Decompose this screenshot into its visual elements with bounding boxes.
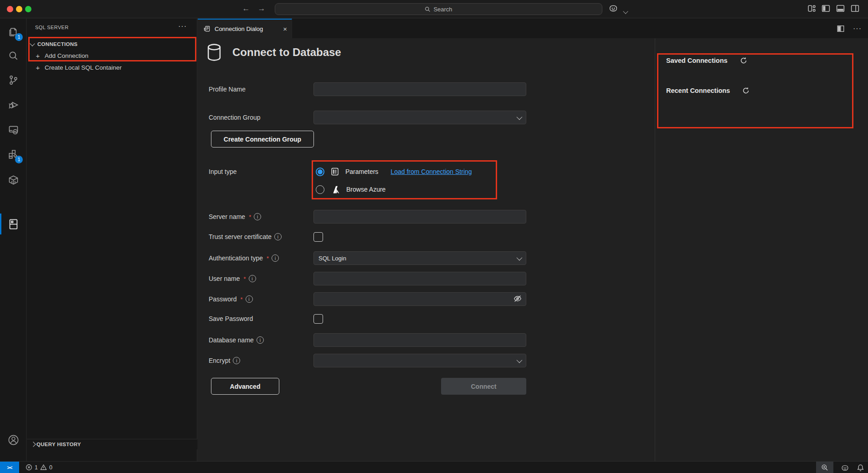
password-input[interactable] (313, 292, 526, 306)
azure-icon (330, 184, 340, 194)
toggle-panel-icon[interactable] (836, 4, 845, 15)
info-icon[interactable] (254, 213, 261, 220)
info-icon[interactable] (257, 336, 264, 344)
parameters-form-icon (330, 167, 339, 176)
remote-explorer-icon[interactable] (0, 119, 26, 141)
refresh-recent-connections-icon[interactable] (742, 86, 750, 95)
search-sidebar-icon[interactable] (0, 45, 26, 66)
extensions-badge: 1 (15, 156, 23, 163)
query-history-section-header[interactable]: QUERY HISTORY (27, 439, 197, 449)
required-marker: * (249, 214, 251, 220)
sidebar-more-actions-icon[interactable]: ··· (178, 22, 187, 31)
activity-bar: 1 1 (0, 19, 26, 461)
add-icon: + (34, 64, 41, 71)
editor-more-actions-icon[interactable]: ··· (853, 25, 862, 33)
run-debug-icon[interactable] (0, 94, 26, 116)
required-marker: * (243, 275, 246, 282)
toggle-password-visibility-icon[interactable] (513, 294, 523, 305)
explorer-icon[interactable]: 1 (0, 21, 26, 43)
info-icon[interactable] (233, 357, 240, 364)
info-icon[interactable] (272, 254, 279, 262)
forward-icon[interactable]: → (256, 4, 267, 13)
user-name-input[interactable] (313, 272, 526, 285)
back-icon[interactable]: ← (241, 4, 252, 13)
info-icon[interactable] (274, 233, 282, 240)
command-center-search[interactable]: Search (275, 3, 602, 15)
create-connection-group-button[interactable]: Create Connection Group (211, 131, 314, 147)
info-icon[interactable] (246, 295, 253, 303)
save-password-label: Save Password (209, 315, 313, 322)
connection-dialog-webview: Connect to Database Profile Name Connect… (198, 38, 868, 461)
error-icon (26, 464, 32, 471)
copilot-chevron-down-icon[interactable] (620, 7, 629, 15)
split-editor-icon[interactable] (837, 25, 845, 33)
accounts-icon[interactable] (0, 429, 26, 451)
add-icon: + (34, 52, 41, 60)
connection-group-dropdown[interactable] (313, 111, 526, 124)
database-name-label: Database name (209, 336, 313, 344)
status-bar: >< 1 0 (0, 461, 868, 473)
required-marker: * (240, 296, 242, 303)
server-name-label: Server name* (209, 213, 313, 220)
page-title: Connect to Database (232, 46, 341, 59)
remote-indicator[interactable]: >< (0, 462, 19, 473)
source-control-icon[interactable] (0, 69, 26, 91)
database-name-input[interactable] (313, 333, 526, 347)
customize-layout-icon[interactable] (807, 4, 817, 15)
problems-status[interactable]: 1 0 (26, 464, 52, 471)
authentication-type-dropdown[interactable]: SQL Login (313, 251, 526, 265)
explorer-badge: 1 (15, 33, 23, 41)
warning-count: 0 (49, 464, 52, 471)
connection-dialog-tab-icon (203, 25, 211, 33)
connections-section-header[interactable]: CONNECTIONS (27, 39, 197, 50)
chevron-right-icon (31, 442, 36, 447)
trust-server-certificate-checkbox[interactable] (313, 232, 323, 242)
close-window-button[interactable] (7, 6, 13, 12)
refresh-saved-connections-icon[interactable] (740, 56, 748, 65)
toggle-primary-sidebar-icon[interactable] (821, 4, 831, 15)
profile-name-input[interactable] (313, 82, 526, 96)
containers-icon[interactable] (0, 169, 26, 191)
panel-divider (655, 38, 655, 461)
required-marker: * (267, 255, 269, 262)
password-label: Password* (209, 295, 313, 303)
copilot-status-icon[interactable] (841, 463, 849, 472)
search-icon (425, 6, 431, 12)
tab-connection-dialog[interactable]: Connection Dialog × (198, 19, 292, 38)
sidebar-title: SQL SERVER (35, 25, 69, 30)
sidebar-item-add-connection[interactable]: + Add Connection (27, 50, 197, 61)
search-label: Search (433, 6, 452, 13)
maximize-window-button[interactable] (25, 6, 31, 12)
connect-button[interactable]: Connect (441, 378, 526, 395)
extensions-icon[interactable]: 1 (0, 143, 26, 165)
zoom-status-icon[interactable] (816, 462, 833, 473)
user-name-label: User name* (209, 275, 313, 282)
parameters-option-label[interactable]: Parameters (345, 168, 378, 175)
save-password-checkbox[interactable] (313, 314, 323, 324)
parameters-radio[interactable] (316, 168, 324, 176)
error-count: 1 (35, 464, 38, 471)
connection-group-label: Connection Group (209, 114, 313, 121)
profile-name-label: Profile Name (209, 86, 313, 93)
browse-azure-radio[interactable] (316, 185, 324, 194)
encrypt-label: Encrypt (209, 357, 313, 364)
toggle-secondary-sidebar-icon[interactable] (850, 4, 860, 15)
saved-connections-header: Saved Connections (666, 56, 748, 65)
close-tab-icon[interactable]: × (283, 25, 287, 33)
recent-connections-header: Recent Connections (666, 86, 750, 95)
encrypt-dropdown[interactable] (313, 354, 526, 367)
database-icon (206, 43, 222, 62)
notifications-bell-icon[interactable] (857, 464, 864, 472)
authentication-type-label: Authentication type* (209, 254, 313, 262)
advanced-button[interactable]: Advanced (211, 378, 279, 395)
browse-azure-option-label[interactable]: Browse Azure (346, 186, 385, 193)
sidebar-item-create-local-sql-container[interactable]: + Create Local SQL Container (27, 62, 197, 73)
primary-sidebar: SQL SERVER ··· CONNECTIONS + Add Connect… (27, 19, 197, 461)
load-from-connection-string-link[interactable]: Load from Connection String (390, 168, 472, 175)
minimize-window-button[interactable] (16, 6, 22, 12)
input-type-label: Input type (209, 168, 313, 175)
sql-server-view-icon[interactable] (0, 213, 26, 235)
info-icon[interactable] (249, 275, 256, 282)
copilot-icon[interactable] (608, 3, 618, 15)
server-name-input[interactable] (313, 210, 526, 224)
